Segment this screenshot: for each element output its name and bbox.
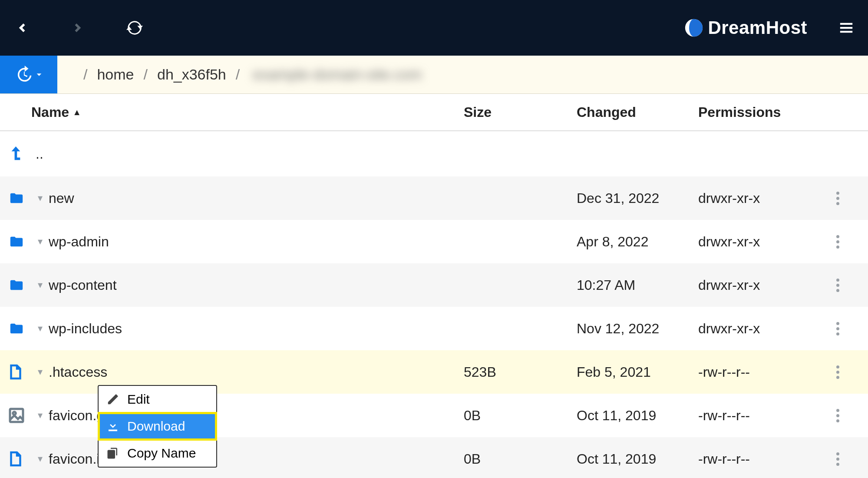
row-dropdown-caret[interactable]: ▾ xyxy=(36,410,44,421)
file-icon xyxy=(8,362,31,382)
row-actions-button[interactable] xyxy=(833,449,843,469)
back-button[interactable] xyxy=(13,19,30,37)
row-actions-button[interactable] xyxy=(833,362,843,382)
header-name[interactable]: Name ▲ xyxy=(8,104,464,120)
item-changed: Nov 12, 2022 xyxy=(577,321,698,337)
refresh-button[interactable] xyxy=(126,19,143,37)
context-edit-label: Edit xyxy=(127,392,150,407)
context-edit[interactable]: Edit xyxy=(99,386,216,413)
item-permissions: drwxr-xr-x xyxy=(698,277,811,293)
forward-button[interactable] xyxy=(69,19,87,37)
row-actions-button[interactable] xyxy=(833,188,843,209)
item-name[interactable]: .htaccess xyxy=(49,364,107,380)
item-name[interactable]: wp-includes xyxy=(49,321,122,337)
file-row[interactable]: ▾wp-content10:27 AMdrwxr-xr-x xyxy=(0,263,868,307)
context-copy-name[interactable]: Copy Name xyxy=(99,440,216,467)
dreamhost-icon xyxy=(684,18,703,37)
item-changed: Feb 5, 2021 xyxy=(577,364,698,380)
file-row[interactable]: ▾newDec 31, 2022drwxr-xr-x xyxy=(0,176,868,220)
breadcrumb-bar: / home / dh_x36f5h / example-domain-site… xyxy=(0,56,868,94)
item-name[interactable]: wp-content xyxy=(49,277,117,293)
folder-icon xyxy=(8,278,31,292)
svg-rect-1 xyxy=(10,409,23,422)
up-arrow-icon xyxy=(8,144,31,163)
header-permissions[interactable]: Permissions xyxy=(698,104,811,120)
folder-icon xyxy=(8,191,31,206)
header-name-label: Name xyxy=(31,104,69,120)
parent-dir-label: .. xyxy=(36,146,43,162)
item-changed: Oct 11, 2019 xyxy=(577,451,698,467)
item-permissions: drwxr-xr-x xyxy=(698,321,811,337)
top-bar-right: DreamHost xyxy=(684,17,855,38)
sort-asc-icon: ▲ xyxy=(73,107,81,117)
edit-icon xyxy=(106,393,119,406)
folder-icon xyxy=(8,321,31,336)
chevron-down-icon xyxy=(36,71,43,78)
row-actions-button[interactable] xyxy=(833,405,843,426)
copy-icon xyxy=(106,447,119,460)
item-permissions: -rw-r--r-- xyxy=(698,408,811,424)
item-changed: 10:27 AM xyxy=(577,277,698,293)
row-dropdown-caret[interactable]: ▾ xyxy=(36,366,44,378)
item-permissions: -rw-r--r-- xyxy=(698,364,811,380)
header-changed[interactable]: Changed xyxy=(577,104,698,120)
image-file-icon xyxy=(8,407,31,424)
history-icon xyxy=(15,66,33,84)
brand-text: DreamHost xyxy=(708,17,807,38)
crumb-home[interactable]: home xyxy=(97,66,134,83)
download-icon xyxy=(106,420,119,433)
parent-directory-row[interactable]: .. xyxy=(0,131,868,176)
item-permissions: drwxr-xr-x xyxy=(698,190,811,206)
item-permissions: drwxr-xr-x xyxy=(698,234,811,250)
row-dropdown-caret[interactable]: ▾ xyxy=(36,279,44,291)
menu-button[interactable] xyxy=(838,19,855,37)
item-size: 0B xyxy=(464,408,577,424)
breadcrumb: / home / dh_x36f5h / example-domain-site… xyxy=(57,64,426,85)
context-download-label: Download xyxy=(127,419,185,434)
item-size: 523B xyxy=(464,364,577,380)
crumb-separator: / xyxy=(236,66,240,83)
item-name[interactable]: wp-admin xyxy=(49,234,109,250)
row-dropdown-caret[interactable]: ▾ xyxy=(36,453,44,465)
row-dropdown-caret[interactable]: ▾ xyxy=(36,236,44,247)
row-actions-button[interactable] xyxy=(833,275,843,295)
column-headers: Name ▲ Size Changed Permissions xyxy=(0,94,868,131)
context-copy-name-label: Copy Name xyxy=(127,446,196,461)
crumb-separator: / xyxy=(144,66,148,83)
file-row[interactable]: ▾wp-includesNov 12, 2022drwxr-xr-x xyxy=(0,307,868,350)
context-download[interactable]: Download xyxy=(99,413,216,440)
crumb-separator: / xyxy=(83,66,87,83)
item-name[interactable]: new xyxy=(49,190,74,206)
nav-buttons xyxy=(13,19,143,37)
folder-icon xyxy=(8,234,31,249)
file-icon xyxy=(8,449,31,468)
crumb-user[interactable]: dh_x36f5h xyxy=(157,66,226,83)
file-row[interactable]: ▾wp-adminApr 8, 2022drwxr-xr-x xyxy=(0,220,868,263)
row-dropdown-caret[interactable]: ▾ xyxy=(36,323,44,334)
item-changed: Oct 11, 2019 xyxy=(577,408,698,424)
item-size: 0B xyxy=(464,451,577,467)
item-changed: Dec 31, 2022 xyxy=(577,190,698,206)
row-actions-button[interactable] xyxy=(833,232,843,252)
item-permissions: -rw-r--r-- xyxy=(698,451,811,467)
context-menu: Edit Download Copy Name xyxy=(98,385,217,468)
crumb-current-blurred: example-domain-site.com xyxy=(249,64,425,85)
history-button[interactable] xyxy=(0,56,57,93)
row-actions-button[interactable] xyxy=(833,319,843,339)
item-changed: Apr 8, 2022 xyxy=(577,234,698,250)
row-dropdown-caret[interactable]: ▾ xyxy=(36,193,44,204)
header-size[interactable]: Size xyxy=(464,104,577,120)
top-bar: DreamHost xyxy=(0,0,868,56)
brand-logo: DreamHost xyxy=(684,17,807,38)
